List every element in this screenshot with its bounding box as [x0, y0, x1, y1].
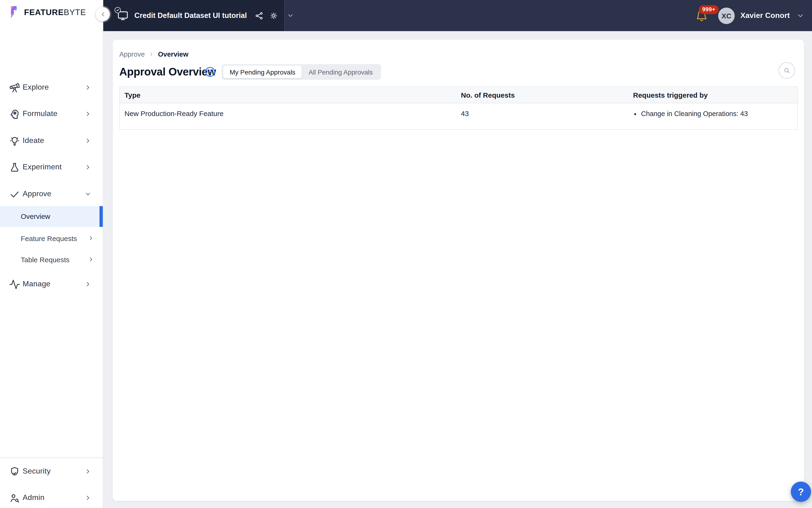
column-header-no-of-requests: No. of Requests: [456, 87, 628, 103]
flask-icon: [9, 162, 20, 173]
sidebar-item-label: Explore: [22, 83, 49, 91]
avatar[interactable]: XC: [718, 7, 735, 24]
chevron-right-icon: [84, 164, 91, 171]
chevron-right-icon: [84, 84, 91, 91]
topbar-right: 999+ XC Xavier Conort: [695, 0, 805, 31]
head-gear-icon: [9, 109, 20, 120]
page-title: Approval Overview: [119, 66, 216, 78]
breadcrumb-separator-icon: [148, 51, 154, 57]
sidebar-item-formulate[interactable]: Formulate: [0, 104, 103, 125]
brand-logo: FEATUREBYTE: [8, 5, 86, 19]
table-header-row: Type No. of Requests Requests triggered …: [120, 87, 798, 103]
monitor-check-icon: [117, 10, 129, 21]
check-icon: [9, 189, 20, 200]
sidebar-collapse-button[interactable]: [96, 7, 110, 21]
column-header-type: Type: [120, 87, 456, 103]
share-icon[interactable]: [255, 11, 263, 20]
user-name: Xavier Conort: [740, 11, 790, 20]
chevron-right-icon: [88, 256, 94, 263]
cell-triggers: Change in Cleaning Operations: 43: [628, 103, 798, 129]
search-button[interactable]: [778, 62, 795, 79]
approvals-tab-group: My Pending Approvals All Pending Approva…: [222, 64, 381, 80]
chevron-right-icon: [84, 468, 91, 475]
sidebar-subitem-label: Feature Requests: [21, 235, 77, 243]
tab-my-pending-approvals[interactable]: My Pending Approvals: [223, 66, 302, 78]
chevron-right-icon: [88, 235, 94, 242]
sidebar-item-security[interactable]: Security: [0, 461, 103, 482]
search-icon: [783, 67, 791, 75]
sidebar-divider: [0, 458, 103, 458]
sidebar-subitem-label: Overview: [21, 212, 50, 220]
main-area: Approve Overview Approval Overview ? My …: [103, 31, 812, 508]
chevron-right-icon: [84, 281, 91, 288]
sidebar-item-label: Ideate: [22, 136, 44, 145]
sidebar-item-label: Manage: [22, 280, 50, 288]
breadcrumb: Approve Overview: [119, 50, 188, 58]
sidebar-item-label: Security: [22, 467, 51, 475]
column-header-requests-triggered-by: Requests triggered by: [628, 87, 798, 103]
activity-icon: [9, 279, 20, 290]
sidebar-item-admin[interactable]: Admin: [0, 488, 103, 508]
trigger-item: Change in Cleaning Operations: 43: [641, 110, 797, 118]
sidebar-item-table-requests[interactable]: Table Requests: [0, 250, 103, 270]
breadcrumb-current: Overview: [158, 50, 188, 58]
sidebar-item-ideate[interactable]: Ideate: [0, 131, 103, 152]
cell-type: New Production-Ready Feature: [120, 103, 456, 129]
user-menu-chevron-icon[interactable]: [797, 11, 805, 19]
sidebar-item-feature-requests[interactable]: Feature Requests: [0, 228, 103, 249]
sidebar-item-explore[interactable]: Explore: [0, 77, 103, 98]
chevron-right-icon: [84, 137, 91, 144]
lightbulb-icon: [9, 135, 20, 147]
sidebar-item-experiment[interactable]: Experiment: [0, 157, 103, 178]
chevron-down-icon: [84, 190, 91, 198]
topbar: Credit Default Dataset UI tutorial 999+ …: [103, 0, 812, 31]
sidebar-item-label: Admin: [22, 493, 45, 502]
sidebar-subitem-label: Table Requests: [21, 256, 70, 264]
chevron-right-icon: [84, 494, 91, 501]
table-row: New Production-Ready Feature 43 Change i…: [120, 103, 798, 129]
check-badge-icon: [115, 7, 121, 13]
breadcrumb-parent[interactable]: Approve: [119, 50, 145, 58]
brand-name: FEATUREBYTE: [24, 7, 86, 17]
sidebar-item-label: Approve: [22, 189, 51, 198]
featurebyte-logo-icon: [8, 5, 21, 19]
sidebar-item-label: Experiment: [22, 163, 62, 171]
help-fab-button[interactable]: ?: [791, 481, 811, 502]
sidebar: FEATUREBYTE Explore Formulate Ideate: [0, 0, 103, 508]
project-title: Credit Default Dataset UI tutorial: [134, 11, 247, 20]
tab-all-pending-approvals[interactable]: All Pending Approvals: [302, 66, 379, 78]
notification-bell-icon[interactable]: 999+: [695, 9, 708, 22]
sidebar-item-overview[interactable]: Overview: [0, 206, 103, 227]
gear-icon[interactable]: [269, 11, 278, 20]
app-window: FEATUREBYTE Explore Formulate Ideate: [0, 0, 812, 508]
notification-badge: 999+: [699, 5, 719, 14]
project-tab[interactable]: Credit Default Dataset UI tutorial: [103, 0, 285, 31]
person-search-icon: [9, 493, 20, 504]
sidebar-item-approve[interactable]: Approve: [0, 184, 103, 205]
cell-count: 43: [456, 103, 628, 129]
shield-check-icon: [9, 466, 20, 477]
approvals-table: Type No. of Requests Requests triggered …: [119, 86, 798, 130]
sidebar-item-label: Formulate: [22, 110, 57, 118]
chevron-right-icon: [84, 111, 91, 118]
telescope-icon: [9, 82, 20, 93]
content-card: Approve Overview Approval Overview ? My …: [113, 40, 804, 501]
title-help-icon[interactable]: ?: [205, 67, 215, 77]
sidebar-item-manage[interactable]: Manage: [0, 274, 103, 295]
chevron-down-icon[interactable]: [286, 12, 294, 19]
